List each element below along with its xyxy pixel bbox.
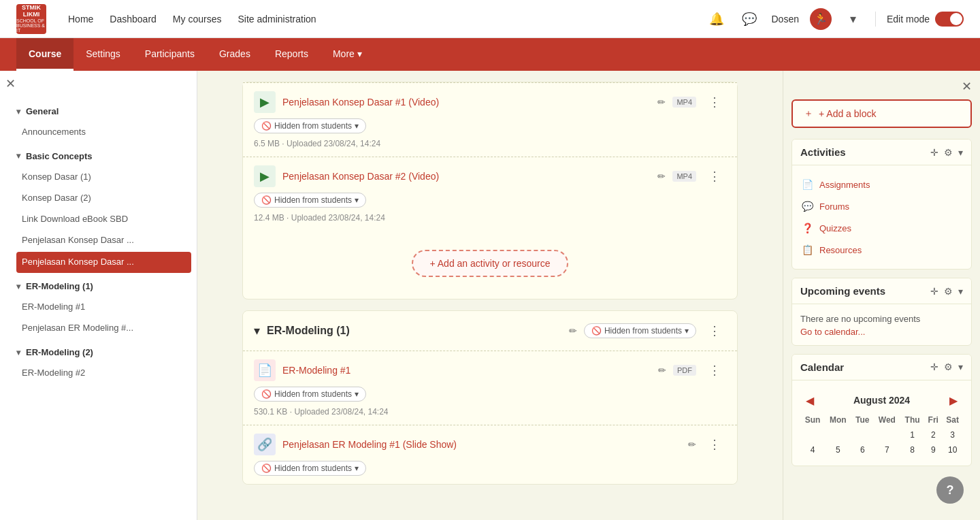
cal-d-9[interactable]: 9 bbox=[924, 442, 942, 457]
nav-home[interactable]: Home bbox=[68, 14, 93, 25]
add-block-plus-icon: ＋ bbox=[804, 108, 813, 120]
edit-icon-er1-section[interactable]: ✏ bbox=[569, 325, 577, 336]
activities-move-icon[interactable]: ✛ bbox=[930, 147, 938, 158]
visibility-badge-er1[interactable]: 🚫 Hidden from students ▾ bbox=[584, 323, 696, 338]
eye-slash-icon-2: 🚫 bbox=[261, 195, 272, 205]
help-button[interactable]: ? bbox=[936, 476, 964, 504]
visibility-badge-slideshow[interactable]: 🚫 Hidden from students ▾ bbox=[254, 461, 366, 476]
activities-settings-icon[interactable]: ⚙ bbox=[944, 147, 953, 158]
calendar-settings-icon[interactable]: ⚙ bbox=[944, 361, 953, 372]
collapse-er1-icon[interactable]: ▾ bbox=[254, 323, 260, 338]
upcoming-settings-icon[interactable]: ⚙ bbox=[944, 286, 953, 297]
sidebar-item-er1-penjelasan[interactable]: Penjelasan ER Modeling #... bbox=[0, 318, 197, 339]
visibility-badge-video1[interactable]: 🚫 Hidden from students ▾ bbox=[254, 118, 366, 133]
cal-d-10[interactable]: 10 bbox=[942, 442, 963, 457]
calendar-collapse-icon[interactable]: ▾ bbox=[958, 361, 963, 372]
user-menu-chevron[interactable]: ▾ bbox=[843, 8, 864, 30]
tab-grades[interactable]: Grades bbox=[207, 38, 263, 71]
sidebar-item-penjelasan1[interactable]: Penjelasan Konsep Dasar ... bbox=[0, 230, 197, 251]
sidebar-item-announcements[interactable]: Announcements bbox=[0, 122, 197, 143]
activity-link-assignments[interactable]: 📄 Assignments bbox=[800, 174, 963, 195]
tab-reports[interactable]: Reports bbox=[263, 38, 321, 71]
tab-course[interactable]: Course bbox=[16, 38, 74, 71]
sidebar-section-er2-header[interactable]: ▾ ER-Modeling (2) bbox=[0, 342, 197, 363]
go-to-calendar-link[interactable]: Go to calendar... bbox=[800, 327, 865, 337]
calendar-header: Calendar ✛ ⚙ ▾ bbox=[792, 355, 971, 380]
notification-icon[interactable]: 🔔 bbox=[706, 8, 728, 30]
cal-d-8[interactable]: 8 bbox=[900, 442, 924, 457]
add-block-button[interactable]: ＋ + Add a block bbox=[791, 99, 972, 128]
sidebar-section-er1-header[interactable]: ▾ ER-Modeling (1) bbox=[0, 276, 197, 297]
more-pdf[interactable]: ⋮ bbox=[703, 360, 726, 380]
more-video1[interactable]: ⋮ bbox=[703, 92, 726, 112]
quizzes-label: Quizzes bbox=[819, 223, 851, 233]
file-name-slideshow[interactable]: Penjelasan ER Modeling #1 (Slide Show) bbox=[282, 439, 681, 450]
top-nav-links: Home Dashboard My courses Site administr… bbox=[68, 14, 316, 25]
activities-collapse-icon[interactable]: ▾ bbox=[958, 147, 963, 158]
calendar-prev-button[interactable]: ◀ bbox=[803, 394, 817, 407]
er-modeling-1-title: ER-Modeling (1) bbox=[267, 325, 562, 337]
sidebar-item-konsep1[interactable]: Konsep Dasar (1) bbox=[0, 167, 197, 188]
upcoming-collapse-icon[interactable]: ▾ bbox=[958, 286, 963, 297]
edit-mode-toggle[interactable] bbox=[935, 12, 964, 27]
activity-link-quizzes[interactable]: ❓ Quizzes bbox=[800, 217, 963, 239]
add-activity-button[interactable]: + Add an activity or resource bbox=[412, 250, 568, 277]
calendar-thead: Sun Mon Tue Wed Thu Fri Sat bbox=[800, 412, 963, 427]
right-panel-close-button[interactable]: ✕ bbox=[962, 79, 972, 94]
cal-d-1[interactable]: 1 bbox=[900, 427, 924, 442]
visibility-badge-video2[interactable]: 🚫 Hidden from students ▾ bbox=[254, 193, 366, 208]
chevron-er1-icon: ▾ bbox=[16, 282, 20, 291]
activity-link-forums[interactable]: 💬 Forums bbox=[800, 195, 963, 217]
tab-participants[interactable]: Participants bbox=[133, 38, 207, 71]
file-name-pdf[interactable]: ER-Modeling #1 bbox=[282, 365, 651, 376]
sidebar-close-icon[interactable]: ✕ bbox=[5, 76, 16, 91]
sidebar-item-er2-1[interactable]: ER-Modeling #2 bbox=[0, 363, 197, 384]
file-name-video2[interactable]: Penjelasan Konsep Dasar #2 (Video) bbox=[282, 171, 651, 182]
cal-d-5[interactable]: 5 bbox=[825, 442, 851, 457]
avatar[interactable]: 🏃 bbox=[810, 8, 832, 30]
cal-d-2[interactable]: 2 bbox=[924, 427, 942, 442]
link-icon: 🔗 bbox=[254, 434, 276, 455]
more-er1-section[interactable]: ⋮ bbox=[703, 321, 726, 341]
sidebar-resize-handle[interactable] bbox=[193, 71, 197, 520]
nav-site-admin[interactable]: Site administration bbox=[238, 14, 316, 25]
sidebar: ✕ ▾ General Announcements ▾ Basic Concep… bbox=[0, 71, 197, 520]
edit-icon-pdf[interactable]: ✏ bbox=[658, 365, 666, 376]
nav-dashboard[interactable]: Dashboard bbox=[110, 14, 157, 25]
cal-d-6[interactable]: 6 bbox=[851, 442, 874, 457]
upcoming-move-icon[interactable]: ✛ bbox=[930, 286, 938, 297]
sidebar-section-basic-concepts-header[interactable]: ▾ Basic Concepts bbox=[0, 146, 197, 167]
activities-title: Activities bbox=[800, 146, 930, 158]
tab-settings[interactable]: Settings bbox=[74, 38, 133, 71]
message-icon[interactable]: 💬 bbox=[738, 8, 760, 30]
more-slideshow[interactable]: ⋮ bbox=[703, 434, 726, 455]
cal-d-7[interactable]: 7 bbox=[874, 442, 900, 457]
file-item-video2: ▶ Penjelasan Konsep Dasar #2 (Video) ✏ M… bbox=[243, 157, 737, 231]
sidebar-item-konsep2[interactable]: Konsep Dasar (2) bbox=[0, 188, 197, 209]
chevron-basic-icon: ▾ bbox=[16, 151, 20, 161]
sidebar-item-er1-1[interactable]: ER-Modeling #1 bbox=[0, 297, 197, 318]
cal-d-3[interactable]: 3 bbox=[942, 427, 963, 442]
file-name-video1[interactable]: Penjelasan Konsep Dasar #1 (Video) bbox=[282, 97, 651, 108]
tab-more[interactable]: More ▾ bbox=[321, 38, 374, 71]
sidebar-item-ebook[interactable]: Link Download eBook SBD bbox=[0, 209, 197, 230]
edit-icon-video2[interactable]: ✏ bbox=[657, 171, 666, 182]
cal-header-tue: Tue bbox=[851, 412, 874, 427]
sidebar-section-general-header[interactable]: ▾ General bbox=[0, 101, 197, 122]
calendar-move-icon[interactable]: ✛ bbox=[930, 361, 938, 372]
cal-d-4[interactable]: 4 bbox=[800, 442, 825, 457]
calendar-body: ◀ August 2024 ▶ Sun Mon Tue Wed Thu Fri bbox=[792, 380, 971, 466]
edit-icon-video1[interactable]: ✏ bbox=[657, 97, 666, 108]
sidebar-item-penjelasan2-active[interactable]: Penjelasan Konsep Dasar ... bbox=[16, 252, 191, 273]
logo-box: STMIK LIKMI SCHOOL OF BUSINESS & IT bbox=[16, 4, 46, 34]
nav-my-courses[interactable]: My courses bbox=[173, 14, 222, 25]
sidebar-section-er1-title: ER-Modeling (1) bbox=[26, 281, 93, 291]
visibility-badge-pdf[interactable]: 🚫 Hidden from students ▾ bbox=[254, 387, 366, 402]
logo[interactable]: STMIK LIKMI SCHOOL OF BUSINESS & IT bbox=[16, 4, 46, 34]
sidebar-section-basic-concepts: ▾ Basic Concepts Konsep Dasar (1) Konsep… bbox=[0, 146, 197, 273]
edit-icon-slideshow[interactable]: ✏ bbox=[688, 439, 696, 450]
sidebar-section-er2: ▾ ER-Modeling (2) ER-Modeling #2 bbox=[0, 342, 197, 384]
activity-link-resources[interactable]: 📋 Resources bbox=[800, 239, 963, 261]
calendar-next-button[interactable]: ▶ bbox=[947, 394, 960, 407]
more-video2[interactable]: ⋮ bbox=[703, 166, 726, 186]
